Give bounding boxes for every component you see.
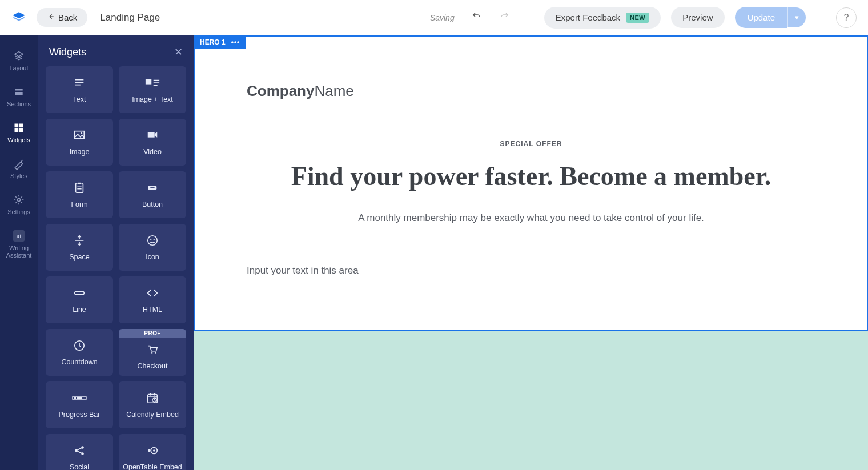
widget-text[interactable]: Text — [46, 66, 113, 113]
subhead-text[interactable]: A monthly membership may be exactly what… — [247, 212, 815, 224]
calendar-icon — [144, 391, 160, 405]
hero-section[interactable]: HERO 1 ••• CompanyName SPECIAL OFFER Fin… — [194, 35, 868, 331]
button-icon — [144, 181, 160, 195]
new-badge: NEW — [626, 13, 649, 23]
svg-rect-7 — [146, 79, 151, 85]
brand-text[interactable]: CompanyName — [247, 82, 815, 100]
top-bar: Back Landing Page Saving Expert Feedback… — [0, 0, 868, 35]
widget-label: Text — [73, 95, 86, 103]
update-button[interactable]: Update — [735, 7, 787, 28]
svg-rect-0 — [15, 89, 22, 90]
update-dropdown[interactable]: ▾ — [787, 7, 806, 27]
widget-label: Progress Bar — [59, 411, 101, 419]
update-label: Update — [748, 13, 775, 22]
widget-label: Image — [70, 148, 90, 156]
svg-point-33 — [153, 449, 155, 452]
widget-label: HTML — [143, 306, 162, 314]
more-icon[interactable]: ••• — [231, 38, 240, 46]
rail-label: Sections — [7, 101, 31, 107]
svg-rect-24 — [77, 397, 79, 399]
back-label: Back — [58, 13, 77, 22]
widget-icon[interactable]: Icon — [119, 224, 186, 271]
widget-opentable[interactable]: OpenTable Embed — [119, 434, 186, 470]
widget-html[interactable]: HTML — [119, 276, 186, 323]
widget-countdown[interactable]: Countdown — [46, 329, 113, 376]
widget-image[interactable]: Image — [46, 119, 113, 166]
rail-item-settings[interactable]: Settings — [0, 187, 38, 222]
preview-label: Preview — [682, 13, 713, 22]
svg-point-16 — [150, 239, 151, 240]
space-icon — [71, 234, 87, 247]
canvas[interactable]: HERO 1 ••• CompanyName SPECIAL OFFER Fin… — [194, 35, 868, 470]
styles-icon — [13, 158, 25, 170]
svg-rect-12 — [78, 183, 81, 184]
widget-checkout[interactable]: PRO+ Checkout — [119, 329, 186, 376]
ai-icon: ai — [13, 230, 25, 242]
close-icon: ✕ — [174, 46, 183, 58]
image-text-icon — [144, 76, 160, 90]
panel-close-button[interactable]: ✕ — [174, 46, 183, 58]
widget-label: Form — [71, 200, 87, 208]
sections-icon — [13, 86, 25, 98]
section-tag[interactable]: HERO 1 ••• — [194, 35, 246, 49]
widget-label: Line — [73, 306, 86, 314]
text-widget-placeholder[interactable]: Input your text in this area — [247, 265, 815, 276]
redo-button[interactable] — [496, 9, 514, 26]
section-below[interactable] — [194, 331, 868, 470]
svg-point-6 — [18, 199, 21, 202]
pro-badge: PRO+ — [119, 329, 186, 338]
widget-label: OpenTable Embed — [123, 463, 182, 470]
update-group: Update ▾ — [735, 7, 806, 28]
brand-bold: Company — [247, 82, 314, 99]
widget-calendly[interactable]: Calendly Embed — [119, 381, 186, 428]
brand-light: Name — [314, 82, 353, 99]
image-icon — [71, 128, 87, 142]
help-icon: ? — [844, 13, 849, 22]
gear-icon — [13, 194, 25, 206]
headline-text[interactable]: Find your power faster. Become a member. — [247, 160, 815, 192]
expert-feedback-button[interactable]: Expert Feedback NEW — [544, 7, 661, 29]
back-button[interactable]: Back — [37, 8, 87, 27]
widget-image-text[interactable]: Image + Text — [119, 66, 186, 113]
widget-label: Video — [143, 148, 162, 156]
svg-rect-5 — [19, 128, 23, 132]
line-icon — [71, 286, 87, 300]
widget-form[interactable]: Form — [46, 171, 113, 218]
svg-rect-8 — [75, 131, 85, 139]
svg-point-21 — [155, 352, 156, 354]
svg-rect-4 — [15, 128, 19, 132]
widget-label: Calendly Embed — [126, 411, 179, 419]
eyebrow-text[interactable]: SPECIAL OFFER — [247, 140, 815, 148]
left-rail: Layout Sections Widgets Styles Settings — [0, 35, 38, 470]
progress-icon — [71, 391, 87, 405]
svg-point-31 — [148, 449, 151, 452]
svg-rect-25 — [79, 397, 82, 399]
rail-item-styles[interactable]: Styles — [0, 151, 38, 186]
svg-point-20 — [151, 352, 153, 354]
panel-title: Widgets — [49, 46, 86, 58]
rail-item-layout[interactable]: Layout — [0, 43, 38, 78]
rail-item-sections[interactable]: Sections — [0, 79, 38, 114]
arrow-left-icon — [47, 13, 55, 22]
main: Layout Sections Widgets Styles Settings — [0, 35, 868, 470]
preview-button[interactable]: Preview — [671, 7, 724, 28]
svg-point-15 — [148, 236, 158, 246]
widgets-panel: Widgets ✕ Text Image + Text Image Video — [38, 35, 194, 470]
widget-label: Button — [142, 200, 163, 208]
chevron-down-icon: ▾ — [795, 13, 799, 22]
widget-video[interactable]: Video — [119, 119, 186, 166]
undo-button[interactable] — [467, 9, 485, 26]
saving-status: Saving — [430, 13, 455, 22]
widget-line[interactable]: Line — [46, 276, 113, 323]
widget-button[interactable]: Button — [119, 171, 186, 218]
html-icon — [144, 286, 160, 300]
expert-feedback-label: Expert Feedback — [556, 13, 620, 22]
rail-item-writing-assistant[interactable]: ai Writing Assistant — [0, 223, 38, 266]
widget-progress-bar[interactable]: Progress Bar — [46, 381, 113, 428]
widget-label: Image + Text — [132, 95, 173, 103]
smile-icon — [144, 234, 160, 247]
rail-item-widgets[interactable]: Widgets — [0, 115, 38, 150]
widget-space[interactable]: Space — [46, 224, 113, 271]
widget-social[interactable]: Social — [46, 434, 113, 470]
help-button[interactable]: ? — [836, 7, 857, 28]
